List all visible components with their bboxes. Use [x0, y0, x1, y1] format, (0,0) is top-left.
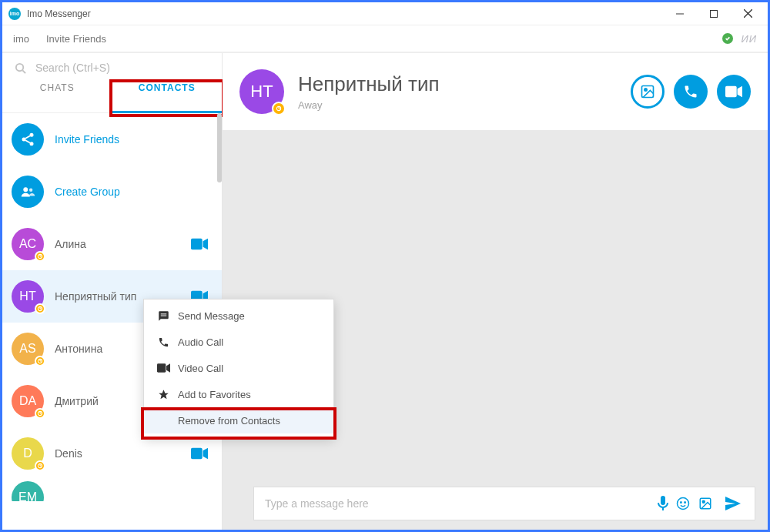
svg-point-6 [30, 133, 34, 137]
gallery-button[interactable] [631, 75, 665, 109]
ctx-label: Audio Call [178, 336, 223, 348]
star-icon [155, 389, 172, 400]
away-presence-icon [35, 303, 45, 314]
svg-marker-52 [166, 363, 170, 372]
sidebar: Search (Ctrl+S) CHATS CONTACTS Invite Fr… [2, 53, 223, 530]
svg-point-4 [16, 63, 23, 70]
ctx-label: Send Message [178, 310, 245, 322]
svg-marker-33 [203, 448, 208, 460]
ctx-label: Remove from Contacts [178, 415, 280, 427]
current-user-initials[interactable]: ИИ [741, 33, 757, 45]
video-icon [155, 363, 172, 373]
minimize-button[interactable] [663, 3, 697, 25]
svg-point-7 [22, 138, 26, 142]
svg-point-43 [678, 498, 689, 510]
away-presence-icon [35, 251, 45, 262]
svg-marker-53 [159, 390, 169, 399]
chat-avatar[interactable]: HT [239, 69, 284, 114]
search-input[interactable]: Search (Ctrl+S) [2, 53, 222, 82]
avatar: EM [12, 481, 44, 501]
video-call-button[interactable] [717, 75, 751, 109]
titlebar: imo Imo Messenger [2, 2, 768, 25]
scrollbar-thumb[interactable] [217, 113, 222, 182]
avatar: AS [12, 333, 44, 365]
chat-contact-status: Away [298, 99, 621, 111]
svg-marker-40 [738, 86, 742, 98]
away-presence-icon [272, 102, 286, 115]
sidebar-item-invite-friends[interactable]: Invite Friends [2, 113, 222, 166]
svg-rect-39 [725, 86, 737, 98]
ctx-send-message[interactable]: Send Message [144, 303, 333, 329]
mic-icon[interactable] [658, 496, 668, 511]
svg-point-11 [23, 187, 28, 192]
away-presence-icon [35, 356, 45, 366]
compose-area [223, 480, 768, 530]
away-presence-icon [35, 460, 45, 471]
tab-chats[interactable]: CHATS [2, 82, 112, 93]
svg-rect-49 [160, 313, 166, 314]
search-placeholder: Search (Ctrl+S) [35, 62, 110, 74]
svg-rect-41 [661, 496, 665, 505]
chat-header: HT Непритный тип Away [223, 53, 768, 130]
avatar: D [12, 437, 44, 470]
sidebar-item-create-group[interactable]: Create Group [2, 166, 222, 218]
send-button[interactable] [722, 494, 744, 513]
audio-call-button[interactable] [674, 75, 708, 109]
ctx-label: Video Call [178, 363, 223, 374]
svg-point-38 [644, 89, 647, 91]
emoji-icon[interactable] [676, 497, 690, 510]
svg-line-5 [22, 70, 25, 73]
ctx-add-favorites[interactable]: Add to Favorites [144, 381, 333, 407]
svg-line-10 [25, 140, 30, 142]
sidebar-tabs: CHATS CONTACTS [2, 82, 222, 113]
contact-row[interactable]: EM [2, 480, 222, 501]
video-icon[interactable] [191, 447, 208, 460]
contact-name: Алина [55, 238, 191, 250]
avatar: AC [12, 228, 44, 260]
svg-point-47 [702, 500, 705, 503]
away-presence-icon [35, 408, 45, 419]
svg-point-8 [30, 142, 34, 146]
avatar: HT [12, 280, 44, 313]
chat-panel: HT Непритный тип Away [223, 53, 768, 530]
tab-contacts[interactable]: CONTACTS [112, 82, 223, 93]
contact-row[interactable]: AC Алина [2, 218, 222, 270]
ctx-audio-call[interactable]: Audio Call [144, 329, 333, 355]
close-button[interactable] [731, 3, 765, 25]
toolbar: imo Invite Friends ИИ [2, 25, 768, 53]
context-menu: Send Message Audio Call Video Call Add t… [143, 299, 334, 437]
video-icon[interactable] [191, 238, 208, 250]
ctx-remove-contacts[interactable]: Remove from Contacts [144, 407, 333, 433]
ctx-video-call[interactable]: Video Call [144, 355, 333, 381]
contact-name: Denis [55, 447, 191, 460]
app-menu[interactable]: imo [13, 33, 29, 45]
body: Search (Ctrl+S) CHATS CONTACTS Invite Fr… [2, 53, 768, 530]
chat-contact-name: Непритный тип [298, 72, 621, 96]
svg-rect-51 [157, 363, 166, 372]
svg-rect-32 [191, 448, 203, 460]
avatar: DA [12, 385, 44, 417]
message-input[interactable] [265, 497, 650, 510]
svg-rect-50 [160, 315, 166, 316]
maximize-button[interactable] [697, 3, 731, 25]
window-title: Imo Messenger [27, 8, 91, 19]
svg-marker-48 [725, 497, 741, 510]
app-icon: imo [8, 8, 21, 20]
sidebar-item-label: Invite Friends [55, 133, 213, 146]
svg-point-45 [685, 502, 686, 504]
search-icon [15, 62, 26, 74]
svg-marker-17 [203, 239, 208, 250]
compose-box [253, 487, 755, 520]
svg-rect-1 [711, 10, 718, 17]
svg-point-12 [29, 189, 32, 192]
svg-rect-16 [191, 239, 203, 250]
presence-indicator[interactable] [722, 33, 733, 44]
image-icon[interactable] [698, 497, 713, 510]
share-icon [12, 123, 44, 156]
ctx-label: Add to Favorites [178, 389, 251, 400]
invite-friends-menu[interactable]: Invite Friends [46, 33, 106, 45]
app-window: imo Imo Messenger imo Invite Friends ИИ [0, 0, 770, 532]
svg-line-9 [25, 136, 30, 138]
group-icon [12, 176, 44, 208]
svg-point-44 [681, 502, 682, 504]
